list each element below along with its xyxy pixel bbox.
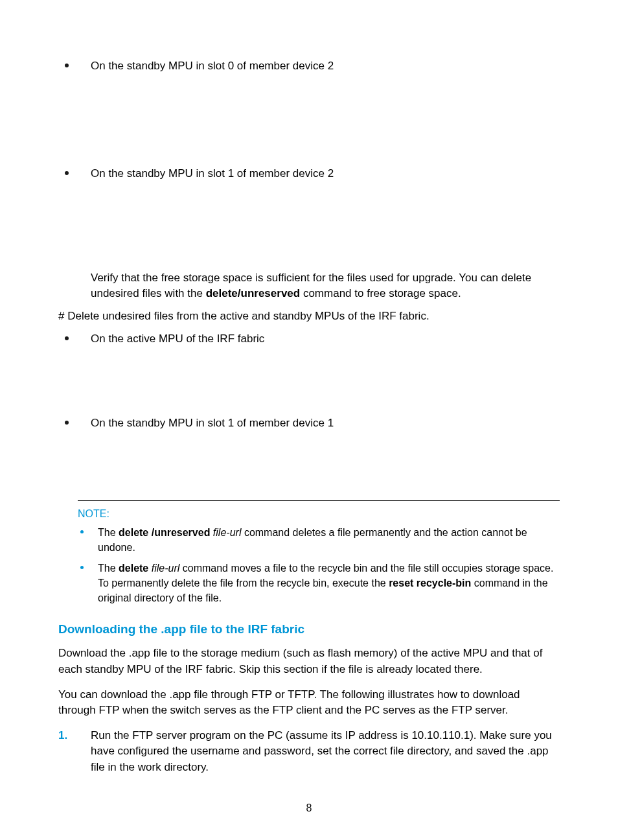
italic-arg: file-url (210, 527, 241, 538)
bullet-text: On the active MPU of the IRF fabric (91, 331, 560, 347)
bullet-item: On the standby MPU in slot 1 of member d… (58, 415, 560, 431)
bullet-item: On the active MPU of the IRF fabric (58, 331, 560, 347)
section-heading: Downloading the .app file to the IRF fab… (58, 622, 560, 636)
bullet-text: On the standby MPU in slot 0 of member d… (91, 58, 560, 74)
note-title: NOTE: (78, 506, 560, 521)
bullet-icon (65, 421, 69, 425)
text-segment: The (98, 563, 119, 574)
note-item: The delete /unreserved file-url command … (78, 525, 560, 555)
bullet-icon (80, 566, 84, 569)
bullet-icon (65, 64, 69, 67)
bullet-item: On the standby MPU in slot 0 of member d… (58, 58, 560, 74)
bold-command: delete (119, 563, 148, 574)
step-number: 1. (58, 728, 91, 776)
bold-command: delete/unreserved (206, 287, 301, 299)
download-paragraph-2: You can download the .app file through F… (58, 687, 560, 719)
italic-arg: file-url (148, 563, 179, 574)
hash-line: # Delete undesired files from the active… (58, 309, 560, 325)
note-item: The delete file-url command moves a file… (78, 561, 560, 606)
verify-paragraph: Verify that the free storage space is su… (91, 270, 560, 302)
page-number: 8 (0, 802, 618, 814)
ordered-step: 1. Run the FTP server program on the PC … (58, 728, 560, 776)
step-text: Run the FTP server program on the PC (as… (91, 728, 560, 776)
bold-command: delete /unreserved (119, 527, 210, 538)
bullet-icon (65, 336, 69, 340)
bullet-item: On the standby MPU in slot 1 of member d… (58, 166, 560, 181)
bullet-icon (65, 171, 69, 175)
bullet-icon (80, 530, 84, 533)
bullet-text: On the standby MPU in slot 1 of member d… (91, 166, 560, 181)
note-text: The delete file-url command moves a file… (98, 561, 560, 606)
text-segment: The (98, 527, 119, 538)
bold-command: reset recycle-bin (389, 578, 471, 589)
text-segment: command to free storage space. (300, 287, 461, 299)
note-box: NOTE: The delete /unreserved file-url co… (78, 500, 560, 605)
note-text: The delete /unreserved file-url command … (98, 525, 560, 555)
download-paragraph-1: Download the .app file to the storage me… (58, 646, 560, 677)
bullet-text: On the standby MPU in slot 1 of member d… (91, 415, 560, 431)
